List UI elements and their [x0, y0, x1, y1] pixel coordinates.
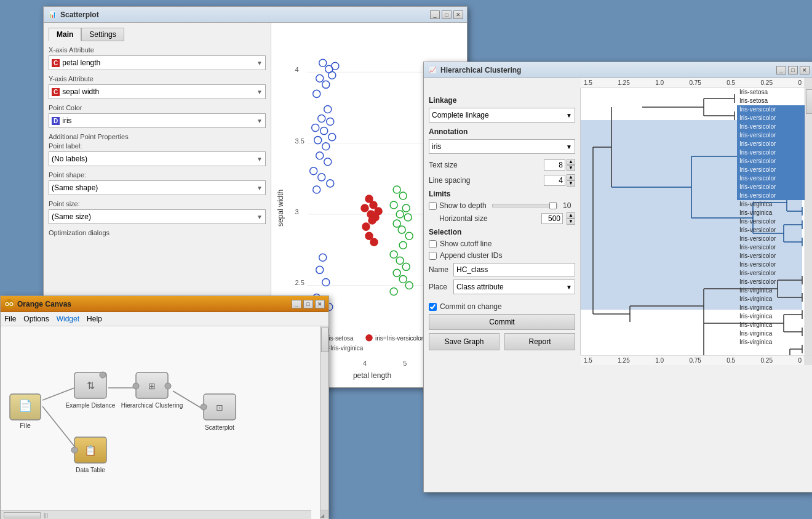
save-graph-button[interactable]: Save Graph: [429, 333, 500, 350]
svg-point-35: [316, 266, 324, 273]
menu-help[interactable]: Help: [87, 313, 102, 324]
text-size-up[interactable]: ▲: [567, 159, 575, 165]
canvas-hscrollbar[interactable]: |||: [1, 510, 311, 519]
hc-restore-button[interactable]: □: [788, 66, 798, 74]
line-spacing-up[interactable]: ▲: [567, 174, 575, 180]
svg-point-69: [366, 335, 372, 341]
svg-point-148: [133, 383, 139, 389]
place-combo[interactable]: Class attribute ▼: [453, 280, 575, 294]
canvas-hscrollbar-thumb[interactable]: [4, 512, 41, 518]
svg-line-136: [42, 406, 74, 446]
depth-slider[interactable]: [492, 204, 557, 207]
y-axis-combo[interactable]: C sepal width ▼: [49, 84, 266, 99]
scale-1-25: 1.25: [618, 79, 629, 86]
bot-scrollbar-placeholder: [805, 356, 812, 365]
dendro-item-7: Iris-versicolor: [737, 148, 805, 157]
append-cluster-checkbox[interactable]: [429, 252, 437, 260]
svg-point-60: [390, 251, 397, 258]
scale-0: 0: [798, 79, 802, 86]
text-size-down[interactable]: ▼: [567, 165, 575, 171]
canvas-resize-grip[interactable]: ◢: [320, 510, 328, 518]
text-size-label: Text size: [429, 161, 544, 169]
annotation-combo[interactable]: iris ▼: [429, 139, 575, 154]
name-row: Name: [429, 263, 575, 276]
point-label-combo[interactable]: (No labels) ▼: [49, 151, 266, 166]
svg-point-33: [313, 186, 320, 193]
canvas-vscrollbar-thumb[interactable]: [321, 328, 328, 352]
scale-0-25: 0.25: [761, 79, 773, 86]
hc-close-button[interactable]: ✕: [800, 66, 810, 74]
show-depth-checkbox[interactable]: [429, 202, 437, 210]
x-axis-label: X-axis Attribute: [49, 46, 266, 54]
svg-point-23: [327, 118, 334, 126]
dendro-item-3: Iris-versicolor: [737, 114, 805, 123]
restore-button[interactable]: □: [442, 10, 452, 19]
y-axis-value: sepal width: [62, 87, 99, 96]
menu-options[interactable]: Options: [23, 313, 49, 324]
commit-button[interactable]: Commit: [429, 314, 575, 330]
dendro-item-15: Iris-versicolor: [737, 217, 805, 226]
svg-text:5: 5: [403, 360, 407, 367]
point-color-combo[interactable]: D iris ▼: [49, 113, 266, 128]
annotation-arrow: ▼: [566, 143, 572, 150]
hc-minimize-button[interactable]: _: [776, 66, 786, 74]
x-axis-arrow: ▼: [257, 60, 263, 66]
name-input[interactable]: [453, 263, 575, 276]
scale-1-0: 1.0: [655, 79, 664, 86]
point-shape-combo[interactable]: (Same shape) ▼: [49, 180, 266, 195]
svg-point-63: [393, 269, 400, 276]
canvas-minimize-button[interactable]: _: [292, 300, 301, 308]
svg-point-49: [370, 238, 378, 246]
commit-on-change-checkbox[interactable]: [429, 303, 437, 311]
horizontal-size-row: Horizontal size 500 ▲ ▼: [429, 212, 575, 225]
report-button[interactable]: Report: [504, 333, 575, 350]
scrollbar-thumb[interactable]: [806, 89, 813, 114]
scrollbar-placeholder: [805, 78, 812, 87]
point-size-combo[interactable]: (Same size) ▼: [49, 209, 266, 224]
selection-section-label: Selection: [429, 228, 575, 236]
svg-point-66: [390, 288, 397, 295]
dendro-scrollbar[interactable]: [805, 88, 812, 355]
menu-file[interactable]: File: [4, 313, 16, 324]
canvas-restore-button[interactable]: □: [303, 300, 313, 308]
linkage-value: Complete linkage: [432, 111, 489, 119]
line-spacing-spinners: ▲ ▼: [567, 174, 575, 187]
svg-point-153: [201, 404, 207, 410]
svg-point-22: [312, 124, 319, 132]
minimize-button[interactable]: _: [430, 10, 440, 19]
svg-point-62: [402, 263, 410, 270]
svg-point-15: [316, 74, 324, 82]
scatterplot-title-area: 📊 Scatterplot: [47, 10, 99, 20]
tab-settings[interactable]: Settings: [81, 28, 124, 41]
svg-text:3: 3: [295, 208, 299, 215]
close-button[interactable]: ✕: [453, 10, 463, 19]
horizontal-size-down[interactable]: ▼: [567, 219, 575, 225]
show-cutoff-checkbox[interactable]: [429, 240, 437, 248]
bot-scale-0-25: 0.25: [761, 357, 773, 364]
linkage-combo[interactable]: Complete linkage ▼: [429, 108, 575, 123]
line-spacing-down[interactable]: ▼: [567, 180, 575, 187]
place-row: Place Class attribute ▼: [429, 280, 575, 294]
y-axis-label: Y-axis Attribute: [49, 75, 266, 82]
hc-icon: 📈: [428, 65, 437, 75]
svg-point-46: [368, 217, 376, 224]
scatterplot-icon: 📊: [47, 10, 57, 20]
canvas-close-button[interactable]: ✕: [315, 300, 325, 308]
point-color-arrow: ▼: [257, 118, 263, 124]
svg-text:2.5: 2.5: [295, 279, 304, 286]
x-axis-combo[interactable]: C petal length ▼: [49, 55, 266, 70]
canvas-vscrollbar[interactable]: [320, 326, 328, 519]
tab-main[interactable]: Main: [49, 28, 81, 41]
svg-text:Example Distance: Example Distance: [66, 402, 116, 409]
horizontal-size-up[interactable]: ▲: [567, 212, 575, 219]
footer-buttons: Save Graph Report: [429, 333, 575, 350]
svg-point-48: [365, 232, 373, 239]
svg-point-59: [399, 241, 407, 249]
menu-widget[interactable]: Widget: [57, 313, 79, 324]
depth-slider-handle[interactable]: [549, 202, 557, 209]
svg-point-18: [328, 71, 336, 79]
svg-point-24: [320, 127, 328, 135]
text-size-spinners: ▲ ▼: [567, 159, 575, 171]
point-label-value: (No labels): [52, 155, 87, 163]
y-axis-indicator: C: [52, 88, 60, 96]
